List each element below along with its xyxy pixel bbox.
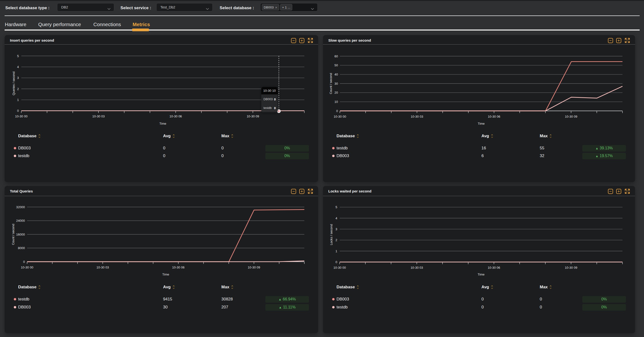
svg-text:0: 0	[17, 109, 19, 113]
svg-text:Count / second: Count / second	[329, 73, 333, 94]
svg-text:8000: 8000	[18, 246, 25, 250]
svg-text:Locks / second: Locks / second	[330, 224, 333, 245]
svg-text:10-30 06: 10-30 06	[170, 115, 182, 118]
svg-text:5: 5	[336, 205, 337, 209]
svg-text:2: 2	[17, 87, 19, 91]
svg-text:Time: Time	[478, 273, 484, 276]
svg-text:4: 4	[17, 65, 19, 69]
svg-text:1: 1	[17, 98, 19, 102]
svg-text:Count / second: Count / second	[11, 224, 15, 245]
svg-text:10-30 09: 10-30 09	[565, 266, 577, 269]
svg-text:16000: 16000	[16, 233, 25, 236]
svg-text:10-30 03: 10-30 03	[410, 266, 423, 269]
svg-text:50: 50	[334, 64, 338, 67]
svg-text:10-30 06: 10-30 06	[488, 115, 500, 118]
svg-text:10-30 00: 10-30 00	[21, 266, 33, 269]
svg-text:3: 3	[336, 227, 337, 231]
svg-text:24000: 24000	[16, 219, 25, 222]
svg-text:10-30 09: 10-30 09	[247, 115, 259, 118]
svg-text:0: 0	[23, 260, 25, 264]
svg-text:20: 20	[334, 91, 338, 94]
svg-text:10-30 09: 10-30 09	[248, 266, 260, 269]
svg-text:2: 2	[336, 238, 337, 242]
svg-text:10-30 00: 10-30 00	[15, 115, 27, 118]
svg-text:60: 60	[334, 55, 338, 58]
svg-text:10: 10	[334, 100, 338, 104]
svg-text:Queries / second: Queries / second	[12, 71, 16, 95]
svg-text:10-30 09: 10-30 09	[565, 115, 577, 118]
svg-text:Time: Time	[478, 122, 484, 125]
svg-text:1: 1	[336, 249, 337, 253]
svg-text:10-30 03: 10-30 03	[92, 115, 104, 118]
svg-text:Time: Time	[160, 122, 166, 125]
svg-text:10-30 06: 10-30 06	[488, 266, 500, 269]
svg-text:30: 30	[334, 82, 338, 86]
svg-text:10-30 00: 10-30 00	[333, 266, 346, 269]
svg-text:32000: 32000	[16, 205, 25, 209]
svg-text:3: 3	[17, 76, 19, 80]
svg-text:10-30 00: 10-30 00	[334, 115, 346, 118]
svg-text:40: 40	[334, 73, 338, 76]
svg-text:10-30 06: 10-30 06	[172, 266, 184, 269]
svg-text:Time: Time	[162, 273, 169, 276]
svg-text:5: 5	[17, 54, 19, 58]
svg-text:10-30 03: 10-30 03	[96, 266, 109, 269]
svg-text:0: 0	[336, 260, 337, 264]
svg-text:4: 4	[336, 216, 337, 220]
svg-text:10-30 03: 10-30 03	[411, 115, 423, 118]
svg-text:0: 0	[336, 109, 338, 113]
